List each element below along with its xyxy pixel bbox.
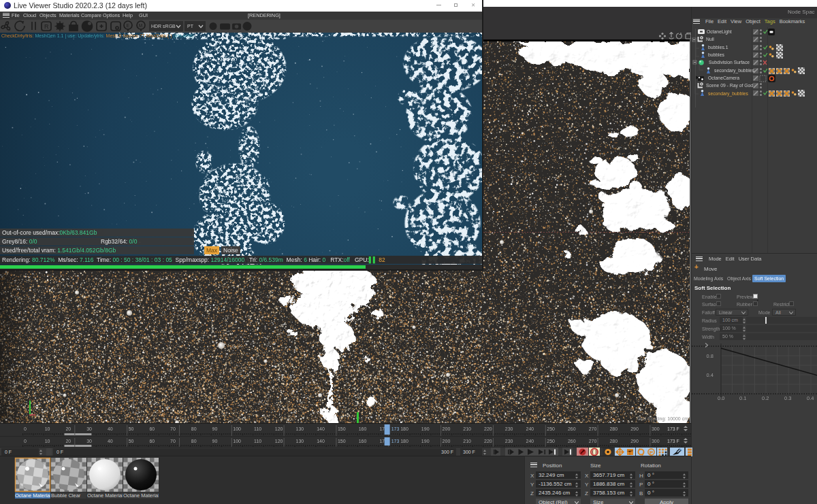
- svg-text:0.4: 0.4: [807, 395, 814, 401]
- svg-text:0.1: 0.1: [739, 395, 746, 401]
- svg-text:PT: PT: [187, 24, 194, 29]
- svg-text:0.0: 0.0: [718, 395, 724, 401]
- svg-text:P: P: [650, 450, 654, 456]
- svg-text:HDR sRGB: HDR sRGB: [151, 24, 176, 29]
- svg-text:0.4: 0.4: [707, 372, 714, 378]
- svg-text:0.8: 0.8: [707, 353, 714, 359]
- svg-text:R: R: [44, 23, 49, 30]
- svg-text:E: E: [127, 23, 130, 28]
- svg-text:M: M: [139, 23, 143, 28]
- svg-text:0.2: 0.2: [762, 395, 769, 401]
- svg-text:0.3: 0.3: [784, 395, 791, 401]
